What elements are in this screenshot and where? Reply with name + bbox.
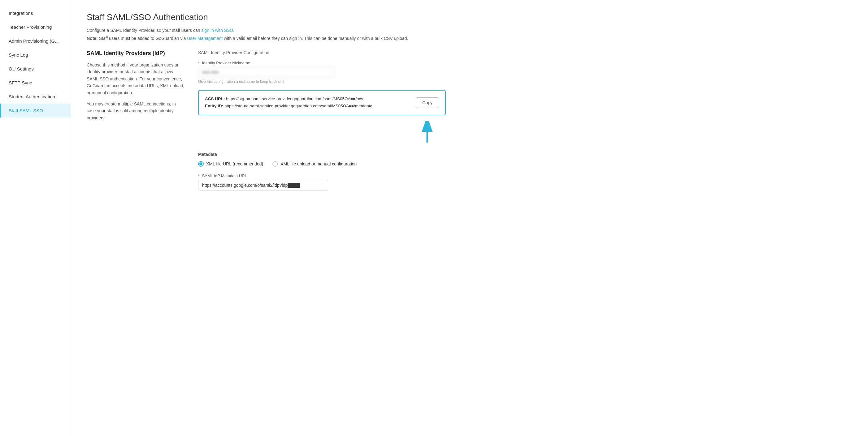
nickname-hint: Give this configuration a nickname to ke…	[198, 79, 852, 84]
acs-entity-box: ACS URL: https://stg-na-saml-service-pro…	[198, 90, 446, 115]
sidebar-item-ou-settings[interactable]: OU Settings	[0, 62, 71, 76]
acs-url-line: ACS URL: https://stg-na-saml-service-pro…	[205, 96, 372, 103]
sidebar-item-staff-saml-sso[interactable]: Staff SAML SSO	[0, 104, 71, 118]
sidebar-item-integrations[interactable]: Integrations	[0, 6, 71, 20]
sidebar-item-admin-provisioning[interactable]: Admin Provisioning (G...	[0, 34, 71, 48]
config-title: SAML Identity Provider Configuration	[198, 50, 852, 55]
sidebar: Integrations Teacher Provisioning Admin …	[0, 0, 71, 436]
nickname-input[interactable]	[198, 67, 334, 78]
entity-id-line: Entity ID: https://stg-na-saml-service-p…	[205, 103, 372, 110]
copy-button[interactable]: Copy	[416, 97, 439, 108]
metadata-radio-group: XML file URL (recommended) XML file uplo…	[198, 161, 852, 167]
saml-idp-label: * SAML IdP Metadata URL	[198, 173, 852, 178]
main-content: Staff SAML/SSO Authentication Configure …	[71, 0, 868, 436]
saml-section: SAML Identity Providers (IdP) Choose thi…	[87, 50, 852, 191]
saml-paragraph-1: Choose this method if your organization …	[87, 62, 186, 96]
saml-heading: SAML Identity Providers (IdP)	[87, 50, 186, 57]
saml-config-col: SAML Identity Provider Configuration * I…	[198, 50, 852, 191]
metadata-label: Metadata	[198, 152, 852, 157]
arrow-icon	[418, 121, 436, 146]
sidebar-item-student-authentication[interactable]: Student Authentication	[0, 90, 71, 104]
saml-description-col: SAML Identity Providers (IdP) Choose thi…	[87, 50, 186, 191]
nickname-label: * Identity Provider Nickname	[198, 61, 852, 65]
sidebar-item-sync-log[interactable]: Sync Log	[0, 48, 71, 62]
saml-paragraph-2: You may create multiple SAML connections…	[87, 100, 186, 121]
radio-xml-upload[interactable]: XML file upload or manual configuration	[272, 161, 356, 167]
radio-xml-url[interactable]: XML file URL (recommended)	[198, 161, 263, 167]
page-title: Staff SAML/SSO Authentication	[87, 12, 852, 22]
arrow-annotation	[198, 121, 446, 146]
note: Note: Staff users must be added to GoGua…	[87, 36, 852, 41]
description: Configure a SAML Identity Provider, so y…	[87, 28, 852, 33]
sidebar-item-sftp-sync[interactable]: SFTP Sync	[0, 76, 71, 90]
sign-in-with-sso-link[interactable]: sign in with SSO	[201, 28, 233, 33]
user-management-link[interactable]: User Management	[187, 36, 223, 41]
radio-xml-upload-circle	[272, 161, 278, 167]
radio-xml-url-circle	[198, 161, 204, 167]
sidebar-item-teacher-provisioning[interactable]: Teacher Provisioning	[0, 20, 71, 34]
saml-idp-url-input[interactable]	[198, 180, 328, 191]
acs-entity-text: ACS URL: https://stg-na-saml-service-pro…	[205, 96, 372, 110]
